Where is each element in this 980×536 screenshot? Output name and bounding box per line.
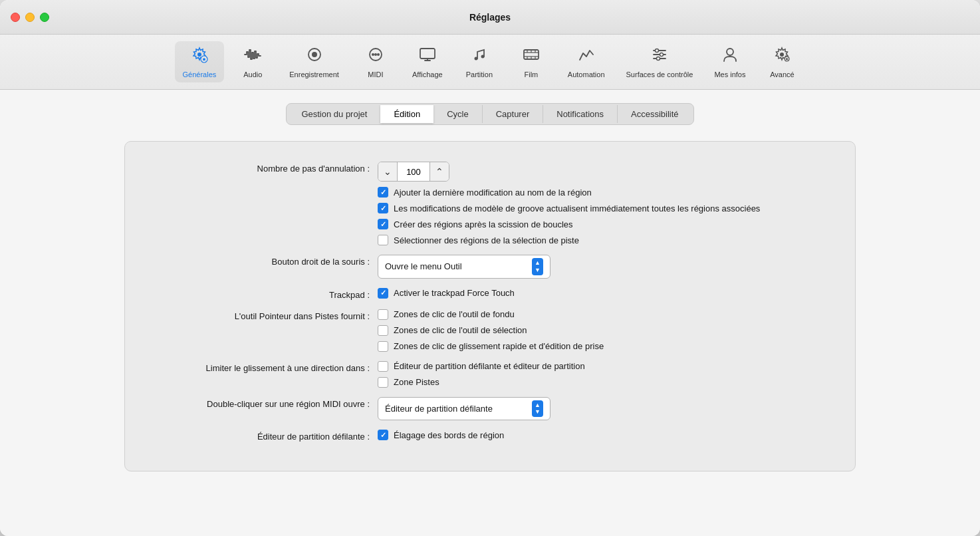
trackpad-checkbox[interactable] (378, 288, 388, 299)
pointer-label: L'outil Pointeur dans Pistes fournit : (152, 309, 378, 321)
tab-notifications[interactable]: Notifications (543, 105, 617, 123)
double-click-row: Double-cliquer sur une région MIDI ouvre… (152, 397, 828, 421)
toolbar-item-film[interactable]: Film (508, 41, 554, 82)
toolbar-label-surfaces: Surfaces de contrôle (626, 70, 693, 78)
toolbar-item-mesinfos[interactable]: Mes infos (706, 41, 753, 82)
right-click-control: Ouvre le menu Outil ▲ ▼ (378, 255, 828, 279)
double-click-value: Éditeur de partition défilante (385, 404, 493, 414)
titlebar: Réglages (0, 0, 980, 35)
toolbar-item-automation[interactable]: Automation (560, 41, 613, 82)
stepper-down-button[interactable]: ⌄ (378, 162, 397, 181)
checkbox-4[interactable] (378, 235, 388, 245)
midi-icon (366, 45, 385, 68)
trackpad-label: Trackpad : (152, 288, 378, 300)
svg-point-25 (656, 57, 660, 61)
toolbar-item-midi[interactable]: MIDI (352, 41, 399, 82)
toolbar-label-midi: MIDI (368, 70, 383, 78)
stepper-value: 100 (397, 162, 430, 181)
undo-label: Nombre de pas d'annulation : (152, 162, 378, 174)
pointer-checkbox-label-3: Zones de clic de glissement rapide et d'… (394, 341, 604, 351)
drag-checkbox-row-2: Zone Pistes (378, 377, 828, 388)
svg-point-3 (312, 52, 317, 57)
checkbox-2[interactable] (378, 203, 388, 213)
window-title: Réglages (469, 12, 511, 23)
toolbar-label-partition: Partition (466, 70, 493, 78)
drag-row: Limiter le glissement à une direction da… (152, 361, 828, 388)
toolbar-item-enregistrement[interactable]: Enregistrement (281, 41, 347, 82)
toolbar-label-automation: Automation (568, 70, 605, 78)
display-icon (418, 45, 437, 68)
pointer-checkbox-1[interactable] (378, 309, 388, 320)
svg-point-6 (374, 53, 377, 56)
svg-point-10 (481, 55, 484, 59)
pointer-control: Zones de clic de l'outil de fondu Zones … (378, 309, 828, 352)
checkbox-1[interactable] (378, 187, 388, 198)
drag-checkbox-row-1: Éditeur de partition défilante et éditeu… (378, 361, 828, 372)
right-click-select[interactable]: Ouvre le menu Outil ▲ ▼ (378, 255, 551, 279)
svg-point-9 (474, 57, 477, 61)
toolbar-label-mesinfos: Mes infos (714, 70, 745, 78)
toolbar-label-avance: Avancé (770, 70, 795, 78)
double-click-arrows-icon: ▲ ▼ (532, 400, 543, 418)
drag-checkbox-1[interactable] (378, 361, 388, 372)
right-click-value: Ouvre le menu Outil (385, 261, 462, 271)
tab-cycle[interactable]: Cycle (433, 105, 482, 123)
minimize-button[interactable] (25, 13, 35, 22)
right-click-label: Bouton droit de la souris : (152, 255, 378, 267)
toolbar-item-affichage[interactable]: Affichage (404, 41, 451, 82)
pointer-checkbox-row-1: Zones de clic de l'outil de fondu (378, 309, 828, 320)
sliders-icon (650, 45, 669, 68)
automation-icon (577, 45, 596, 68)
content-area: Gestion du projet Édition Cycle Capturer… (0, 90, 980, 536)
tabs-container: Gestion du projet Édition Cycle Capturer… (286, 103, 693, 125)
window-controls (11, 13, 49, 22)
pointer-checkbox-row-2: Zones de clic de l'outil de sélection (378, 325, 828, 336)
double-click-select[interactable]: Éditeur de partition défilante ▲ ▼ (378, 397, 551, 421)
score-editor-checkbox-label: Élagage des bords de région (394, 430, 504, 440)
checkbox-label-2: Les modifications de modèle de groove ac… (394, 203, 760, 213)
double-click-label: Double-cliquer sur une région MIDI ouvre… (152, 397, 378, 409)
checkbox-row-3: Créer des régions après la scission de b… (378, 219, 828, 229)
checkbox-label-4: Sélectionner des régions de la sélection… (394, 235, 579, 245)
checkbox-row-4: Sélectionner des régions de la sélection… (378, 235, 828, 245)
drag-checkbox-2[interactable] (378, 377, 388, 388)
undo-stepper[interactable]: ⌄ 100 ⌃ (378, 162, 449, 182)
score-editor-control: Élagage des bords de région (378, 430, 828, 440)
pointer-checkbox-3[interactable] (378, 341, 388, 352)
stepper-up-button[interactable]: ⌃ (430, 162, 449, 181)
close-button[interactable] (11, 13, 20, 22)
right-click-row: Bouton droit de la souris : Ouvre le men… (152, 255, 828, 279)
toolbar-label-generales: Générales (183, 70, 217, 78)
checkbox-3[interactable] (378, 219, 388, 229)
score-editor-checkbox-row: Élagage des bords de région (378, 430, 828, 440)
tab-capturer[interactable]: Capturer (482, 105, 543, 123)
svg-point-24 (660, 53, 663, 57)
maximize-button[interactable] (40, 13, 49, 22)
svg-point-27 (780, 53, 784, 57)
toolbar-item-partition[interactable]: Partition (456, 41, 503, 82)
trackpad-checkbox-label: Activer le trackpad Force Touch (394, 288, 515, 298)
pointer-row: L'outil Pointeur dans Pistes fournit : Z… (152, 309, 828, 352)
tab-gestion[interactable]: Gestion du projet (288, 105, 380, 123)
toolbar-item-audio[interactable]: Audio (229, 41, 276, 82)
drag-checkbox-label-1: Éditeur de partition défilante et éditeu… (394, 361, 585, 371)
checkbox-row-2: Les modifications de modèle de groove ac… (378, 203, 828, 213)
toolbar-item-generales[interactable]: Générales (175, 41, 225, 82)
double-click-control: Éditeur de partition défilante ▲ ▼ (378, 397, 828, 421)
drag-label: Limiter le glissement à une direction da… (152, 361, 378, 373)
waveform-icon (243, 45, 262, 68)
toolbar-item-avance[interactable]: Avancé (759, 41, 805, 82)
trackpad-checkbox-row: Activer le trackpad Force Touch (378, 288, 828, 299)
undo-control: ⌄ 100 ⌃ Ajouter la dernière modification… (378, 162, 828, 245)
toolbar-item-surfaces[interactable]: Surfaces de contrôle (618, 41, 701, 82)
pointer-checkbox-2[interactable] (378, 325, 388, 336)
undo-row: Nombre de pas d'annulation : ⌄ 100 ⌃ Ajo… (152, 162, 828, 245)
svg-point-7 (377, 53, 380, 56)
svg-point-23 (655, 49, 658, 53)
double-click-select-row: Éditeur de partition défilante ▲ ▼ (378, 397, 828, 421)
score-editor-checkbox[interactable] (378, 430, 388, 440)
tab-edition[interactable]: Édition (380, 105, 433, 123)
score-editor-row: Éditeur de partition défilante : Élagage… (152, 430, 828, 442)
tab-accessibilite[interactable]: Accessibilité (617, 105, 692, 123)
toolbar-label-affichage: Affichage (412, 70, 443, 78)
